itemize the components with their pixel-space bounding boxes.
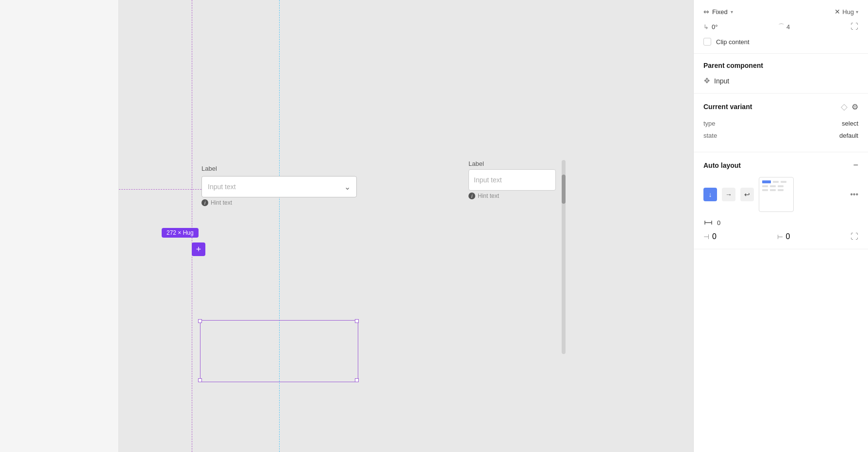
chevron-down-icon: ⌄ bbox=[344, 182, 351, 192]
component-icon: ❖ bbox=[703, 76, 710, 85]
input-placeholder-a: Input text bbox=[208, 183, 344, 191]
info-icon-b: i bbox=[468, 193, 475, 199]
input-field-a[interactable]: Input text ⌄ bbox=[201, 176, 357, 197]
spacing-row: 0 bbox=[703, 218, 858, 227]
parent-component-title: Parent component bbox=[703, 62, 858, 69]
padding-resize-field: ⛶ bbox=[851, 232, 858, 241]
state-key: state bbox=[703, 132, 717, 139]
parent-component-section: Parent component ❖ Input bbox=[694, 54, 868, 94]
hug-dropdown-icon[interactable]: ▾ bbox=[856, 9, 858, 15]
grid-dot-mid-left bbox=[762, 185, 768, 187]
grid-row-2 bbox=[762, 185, 790, 187]
component-b: Label Input text i Hint text bbox=[468, 160, 556, 199]
padding-row: ⊣ 0 ⊢ 0 ⛶ bbox=[703, 232, 858, 241]
grid-row-1 bbox=[762, 180, 790, 183]
grid-dot-mid-mid bbox=[770, 185, 776, 187]
alignment-grid bbox=[759, 177, 794, 212]
fixed-hug-row: ⇔ Fixed ▾ ✕ Hug ▾ bbox=[703, 8, 858, 16]
more-options-button[interactable]: ••• bbox=[850, 190, 858, 199]
layout-direction-down-button[interactable]: ↓ bbox=[703, 188, 717, 201]
state-value[interactable]: default bbox=[839, 132, 858, 139]
parent-component-name[interactable]: Input bbox=[714, 77, 858, 85]
state-row: state default bbox=[703, 132, 858, 139]
guide-vertical-center bbox=[279, 0, 280, 452]
hint-label-a: Hint text bbox=[211, 199, 232, 206]
padding-right-field: ⊢ 0 bbox=[777, 232, 790, 241]
hug-value: ✕ Hug ▾ bbox=[835, 8, 858, 16]
guide-horizontal bbox=[119, 189, 201, 190]
hint-text-b: i Hint text bbox=[468, 193, 556, 199]
hint-label-b: Hint text bbox=[478, 193, 499, 199]
padding-right-value[interactable]: 0 bbox=[786, 232, 790, 241]
type-value[interactable]: select bbox=[842, 120, 858, 127]
layout-section: ⇔ Fixed ▾ ✕ Hug ▾ ↳ 0° ⌒ 4 ⛶ bbox=[694, 0, 868, 54]
current-variant-section: Current variant ◇ ⚙ type select state de… bbox=[694, 94, 868, 152]
type-key: type bbox=[703, 120, 716, 127]
fixed-icon: ⇔ bbox=[703, 8, 709, 16]
variant-icons: ◇ ⚙ bbox=[841, 101, 858, 112]
type-row: type select bbox=[703, 120, 858, 127]
layout-direction-right-button[interactable]: → bbox=[722, 188, 735, 201]
rotation-corner-row: ↳ 0° ⌒ 4 ⛶ bbox=[703, 22, 858, 31]
handle-top-right[interactable] bbox=[355, 319, 359, 323]
variant-title: Current variant bbox=[703, 103, 752, 111]
padding-right-icon: ⊢ bbox=[777, 233, 783, 241]
input-component-a: Label Input text ⌄ i Hint text bbox=[201, 165, 357, 206]
rotation-value[interactable]: 0° bbox=[712, 23, 718, 31]
component-a: Label Input text ⌄ i Hint text bbox=[201, 155, 357, 206]
right-panel: ⇔ Fixed ▾ ✕ Hug ▾ ↳ 0° ⌒ 4 ⛶ bbox=[693, 0, 868, 452]
layout-wrap-button[interactable]: ↩ bbox=[740, 188, 754, 201]
grid-dot-top-right bbox=[781, 181, 786, 183]
grid-row-3 bbox=[762, 189, 790, 191]
scrollbar-thumb[interactable] bbox=[562, 175, 566, 204]
corner-icon: ⌒ bbox=[778, 22, 785, 31]
clip-content-checkbox[interactable] bbox=[703, 38, 711, 46]
rotation-field: ↳ 0° bbox=[703, 23, 718, 31]
grid-dot-bot-right bbox=[778, 189, 784, 191]
info-icon-a: i bbox=[201, 199, 208, 206]
add-component-button[interactable]: + bbox=[192, 242, 205, 256]
input-label-b: Label bbox=[468, 160, 556, 167]
diamond-icon[interactable]: ◇ bbox=[841, 101, 848, 112]
padding-left-value[interactable]: 0 bbox=[712, 232, 717, 241]
handle-bottom-right[interactable] bbox=[355, 378, 359, 382]
fixed-text[interactable]: Fixed bbox=[712, 8, 728, 16]
corner-field: ⌒ 4 bbox=[778, 22, 790, 31]
resize-icon-field: ⛶ bbox=[851, 22, 858, 31]
layout-controls-row: ↓ → ↩ bbox=[703, 177, 858, 212]
auto-layout-section: Auto layout − ↓ → ↩ bbox=[694, 152, 868, 249]
padding-left-field: ⊣ 0 bbox=[703, 232, 717, 241]
hint-text-a: i Hint text bbox=[201, 199, 357, 206]
fixed-dropdown-icon[interactable]: ▾ bbox=[731, 9, 733, 15]
parent-component-row: ❖ Input bbox=[703, 76, 858, 85]
size-badge: 272 × Hug bbox=[162, 228, 199, 238]
spacing-value[interactable]: 0 bbox=[717, 219, 720, 226]
guide-vertical-left bbox=[192, 0, 192, 452]
grid-dot-top-mid bbox=[773, 181, 779, 183]
sliders-icon[interactable]: ⚙ bbox=[851, 102, 858, 112]
padding-left-icon: ⊣ bbox=[703, 233, 709, 241]
handle-top-left[interactable] bbox=[198, 319, 202, 323]
canvas: Label Input text ⌄ i Hint text 272 × Hug… bbox=[119, 0, 693, 452]
input-placeholder-b: Input text bbox=[474, 176, 551, 184]
auto-layout-title: Auto layout bbox=[703, 161, 741, 169]
variant-header: Current variant ◇ ⚙ bbox=[703, 101, 858, 112]
clip-content-label: Clip content bbox=[716, 38, 750, 46]
hug-text[interactable]: Hug bbox=[842, 8, 854, 16]
padding-resize-icon: ⛶ bbox=[851, 232, 858, 241]
hug-cross-icon: ✕ bbox=[835, 8, 840, 16]
input-field-b[interactable]: Input text bbox=[468, 169, 556, 191]
grid-bar-top-left[interactable] bbox=[762, 180, 771, 183]
clip-content-row: Clip content bbox=[703, 38, 858, 46]
fixed-label: ⇔ Fixed ▾ bbox=[703, 8, 733, 16]
grid-dot-bot-left bbox=[762, 189, 768, 191]
corner-value[interactable]: 4 bbox=[786, 23, 790, 31]
handle-bottom-left[interactable] bbox=[198, 378, 202, 382]
grid-dot-mid-right bbox=[778, 185, 784, 187]
rotation-icon: ↳ bbox=[703, 23, 709, 31]
auto-layout-header: Auto layout − bbox=[703, 160, 858, 170]
left-sidebar bbox=[0, 0, 119, 452]
collapse-auto-layout-button[interactable]: − bbox=[853, 160, 858, 170]
resize-icon: ⛶ bbox=[851, 22, 858, 31]
spacing-horizontal-icon bbox=[703, 218, 713, 227]
